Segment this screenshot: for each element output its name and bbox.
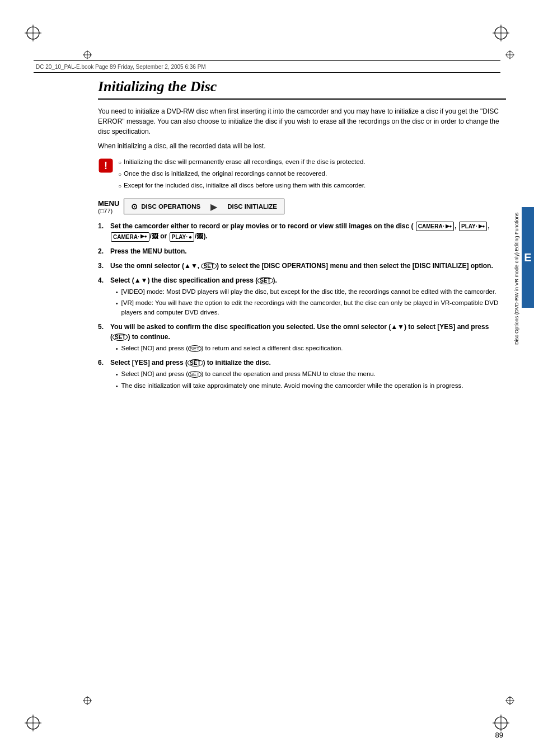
step-3-content: Use the omni selector (▲▼, SET) to selec… bbox=[110, 261, 506, 271]
camera-button-2: CAMERA·▶● bbox=[111, 232, 149, 242]
warning-text-3: Except for the included disc, initialize… bbox=[124, 180, 366, 191]
step-5-sub-text-1: Select [NO] and press (SET) to return an… bbox=[121, 344, 343, 354]
step-4-number: 4. bbox=[98, 275, 107, 317]
section-tab: E bbox=[522, 207, 534, 308]
step-4: 4. Select (▲▼) the disc specification an… bbox=[98, 275, 506, 317]
menu-section: MENU (□77) ⊙ DISC OPERATIONS ▶ DISC INIT… bbox=[98, 199, 506, 214]
menu-arrow: ▶ bbox=[207, 201, 221, 212]
step-4-content: Select (▲▼) the disc specification and p… bbox=[110, 275, 506, 317]
camera-button-1: CAMERA·▶● bbox=[416, 222, 455, 231]
step-2-number: 2. bbox=[98, 246, 107, 256]
vertical-text-2: Disc Options (DVD-RW in VR mode only) bbox=[514, 252, 519, 345]
corner-mark-tl bbox=[25, 25, 41, 41]
page-container: DC 20_10_PAL-E.book Page 89 Friday, Sept… bbox=[0, 0, 534, 756]
corner-mark-tr bbox=[493, 25, 509, 41]
step-4-text: Select (▲▼) the disc specification and p… bbox=[110, 276, 277, 284]
section-letter: E bbox=[524, 251, 531, 264]
menu-path-label-1: DISC OPERATIONS bbox=[141, 203, 200, 210]
menu-label: MENU bbox=[98, 199, 119, 208]
step-6-sub-1: • Select [NO] and press (SET) to cancel … bbox=[116, 369, 506, 379]
step-2-text: Press the MENU button. bbox=[110, 247, 187, 255]
warning-item-2: ○ Once the disc is initialized, the orig… bbox=[118, 168, 366, 179]
step-1-content: Set the camcorder either to record or pl… bbox=[110, 221, 506, 242]
step-5-sub-1: • Select [NO] and press (SET) to return … bbox=[116, 344, 506, 354]
step-1-number: 1. bbox=[98, 221, 107, 242]
inner-mark-bl bbox=[83, 696, 92, 707]
step-4-sub-2: • [VR] mode: You will have the option to… bbox=[116, 298, 506, 317]
step-3: 3. Use the omni selector (▲▼, SET) to se… bbox=[98, 261, 506, 271]
step-6-text: Select [YES] and press (SET) to initiali… bbox=[110, 359, 271, 367]
step-3-text: Use the omni selector (▲▼, SET) to selec… bbox=[110, 262, 493, 270]
menu-path-box: ⊙ DISC OPERATIONS ▶ DISC INITIALIZE bbox=[124, 199, 284, 214]
bullet-circle-3: ○ bbox=[118, 182, 121, 191]
step-2-content: Press the MENU button. bbox=[110, 246, 506, 256]
intro-text-1: You need to initialize a DVD-RW disc whe… bbox=[98, 106, 506, 137]
step-6: 6. Select [YES] and press (SET) to initi… bbox=[98, 358, 506, 391]
step-6-sub-2: • The disc initialization will take appr… bbox=[116, 381, 506, 391]
menu-label-area: MENU (□77) bbox=[98, 199, 119, 214]
steps-list: 1. Set the camcorder either to record or… bbox=[98, 221, 506, 391]
play-button-1: PLAY·▶● bbox=[459, 222, 487, 231]
svg-text:!: ! bbox=[104, 160, 107, 171]
step-1: 1. Set the camcorder either to record or… bbox=[98, 221, 506, 242]
play-button-2: PLAY·● bbox=[170, 232, 195, 242]
inner-mark-tl bbox=[83, 50, 92, 61]
header-bar: DC 20_10_PAL-E.book Page 89 Friday, Sept… bbox=[34, 60, 500, 73]
warning-item-3: ○ Except for the included disc, initiali… bbox=[118, 180, 366, 191]
step-4-sub-text-2: [VR] mode: You will have the option to e… bbox=[121, 298, 506, 317]
step-3-number: 3. bbox=[98, 261, 107, 271]
vertical-text-area: Editing Functions Disc Options (DVD-RW i… bbox=[514, 213, 519, 345]
page-number: 89 bbox=[495, 731, 503, 739]
warning-text-1: Initializing the disc will permanently e… bbox=[124, 157, 365, 167]
intro-text-2: When initializing a disc, all the record… bbox=[98, 141, 506, 151]
warning-items: ○ Initializing the disc will permanently… bbox=[118, 157, 366, 192]
warning-item-1: ○ Initializing the disc will permanently… bbox=[118, 157, 366, 167]
inner-mark-br bbox=[505, 696, 514, 707]
disc-icon-1: ⊙ bbox=[131, 202, 138, 211]
page-title: Initializing the Disc bbox=[98, 78, 506, 100]
step-2: 2. Press the MENU button. bbox=[98, 246, 506, 256]
step-5-content: You will be asked to confirm the disc sp… bbox=[110, 322, 506, 354]
menu-ref: (□77) bbox=[98, 208, 119, 214]
step-6-content: Select [YES] and press (SET) to initiali… bbox=[110, 358, 506, 391]
vertical-text-1: Editing Functions bbox=[514, 213, 519, 251]
step-5-number: 5. bbox=[98, 322, 107, 354]
step-5-text: You will be asked to confirm the disc sp… bbox=[110, 323, 489, 341]
step-6-sub-text-1: Select [NO] and press (SET) to cancel th… bbox=[121, 369, 376, 379]
warning-box: ! ○ Initializing the disc will permanent… bbox=[98, 157, 506, 192]
file-info: DC 20_10_PAL-E.book Page 89 Friday, Sept… bbox=[36, 64, 206, 70]
main-content: Initializing the Disc You need to initia… bbox=[98, 78, 506, 722]
warning-icon: ! bbox=[98, 158, 114, 173]
step-4-sub-text-1: [VIDEO] mode: Most DVD players will play… bbox=[121, 287, 496, 297]
step-6-sub-text-2: The disc initialization will take approx… bbox=[121, 381, 463, 391]
corner-mark-bl bbox=[25, 715, 41, 731]
menu-path-item-2: DISC INITIALIZE bbox=[221, 200, 284, 213]
bullet-circle-2: ○ bbox=[118, 170, 121, 179]
step-1-text: Set the camcorder either to record or pl… bbox=[110, 222, 490, 240]
bullet-circle-1: ○ bbox=[118, 158, 121, 167]
warning-text-2: Once the disc is initialized, the origin… bbox=[124, 168, 327, 179]
step-4-sub-1: • [VIDEO] mode: Most DVD players will pl… bbox=[116, 287, 506, 297]
step-6-number: 6. bbox=[98, 358, 107, 391]
step-5: 5. You will be asked to confirm the disc… bbox=[98, 322, 506, 354]
menu-path-item-1: ⊙ DISC OPERATIONS bbox=[124, 199, 207, 214]
inner-mark-tr bbox=[505, 50, 514, 61]
menu-path-label-2: DISC INITIALIZE bbox=[227, 203, 277, 210]
